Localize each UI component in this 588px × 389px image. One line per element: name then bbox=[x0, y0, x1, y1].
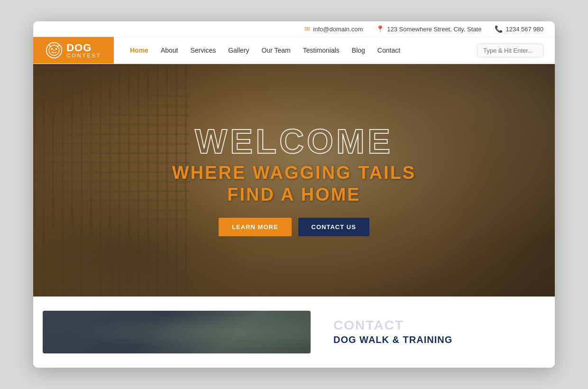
dog-logo-icon bbox=[46, 42, 63, 59]
hero-section: WELCOME WHERE WAGGING TAILS FIND A HOME … bbox=[33, 64, 555, 296]
nav-item-contact[interactable]: Contact bbox=[373, 44, 405, 57]
phone-icon: 📞 bbox=[495, 25, 503, 33]
below-hero-image bbox=[33, 306, 320, 358]
learn-more-button[interactable]: LEARN MORE bbox=[219, 218, 291, 236]
browser-window: ✉ info@domain.com 📍 123 Somewhere Street… bbox=[33, 21, 555, 368]
email-text: info@domain.com bbox=[313, 26, 363, 33]
svg-point-2 bbox=[51, 48, 53, 50]
hero-tagline: WHERE WAGGING TAILS FIND A HOME bbox=[172, 162, 416, 205]
hero-tagline-line2: FIND A HOME bbox=[227, 185, 360, 204]
below-hero-section: CONTACT DOG WALK & TRAINING bbox=[33, 296, 555, 368]
contact-us-button[interactable]: CONTACT US bbox=[298, 218, 369, 236]
nav-item-services[interactable]: Services bbox=[186, 44, 221, 57]
email-icon: ✉ bbox=[304, 25, 310, 33]
logo-area[interactable]: DOG CONTEST bbox=[33, 37, 114, 64]
nav-item-testimonials[interactable]: Testimonials bbox=[298, 44, 344, 57]
hero-welcome-text: WELCOME bbox=[195, 124, 393, 158]
below-hero-text: CONTACT DOG WALK & TRAINING bbox=[320, 306, 555, 358]
address-text: 123 Somewhere Street, City, State bbox=[387, 26, 481, 33]
hero-tagline-line1: WHERE WAGGING TAILS bbox=[172, 163, 416, 183]
nav-item-our-team[interactable]: Our Team bbox=[257, 44, 295, 57]
logo-brand: DOG bbox=[66, 43, 101, 53]
location-icon: 📍 bbox=[376, 25, 384, 33]
svg-point-3 bbox=[55, 48, 57, 50]
logo-text: DOG CONTEST bbox=[66, 43, 101, 58]
hero-content: WELCOME WHERE WAGGING TAILS FIND A HOME … bbox=[33, 64, 555, 296]
phone-text: 1234 567 980 bbox=[505, 26, 543, 33]
section-title: DOG WALK & TRAINING bbox=[333, 334, 542, 345]
address-contact: 📍 123 Somewhere Street, City, State bbox=[376, 25, 481, 33]
top-bar: ✉ info@domain.com 📍 123 Somewhere Street… bbox=[33, 21, 555, 37]
hero-buttons: LEARN MORE CONTACT US bbox=[219, 218, 369, 236]
nav-item-about[interactable]: About bbox=[156, 44, 183, 57]
nav-area: Home About Services Gallery Our Team Tes… bbox=[114, 37, 555, 64]
nav-item-gallery[interactable]: Gallery bbox=[223, 44, 254, 57]
header: DOG CONTEST Home About Services Gallery … bbox=[33, 37, 555, 64]
ghost-label: CONTACT bbox=[333, 319, 542, 332]
logo-subtitle: CONTEST bbox=[66, 53, 101, 58]
phone-contact: 📞 1234 567 980 bbox=[495, 25, 543, 33]
search-input[interactable] bbox=[477, 44, 543, 57]
nav-item-home[interactable]: Home bbox=[125, 44, 153, 57]
email-contact: ✉ info@domain.com bbox=[304, 25, 363, 33]
dog-walk-image bbox=[43, 311, 311, 353]
svg-point-4 bbox=[53, 49, 55, 51]
nav-item-blog[interactable]: Blog bbox=[347, 44, 370, 57]
